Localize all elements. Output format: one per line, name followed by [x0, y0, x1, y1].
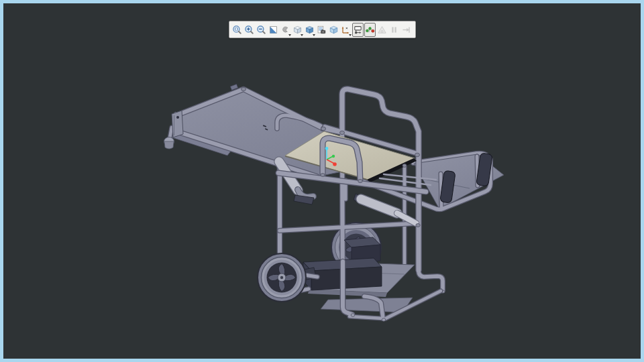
display-style-icon: [305, 25, 315, 35]
view-toolbar: [229, 21, 416, 38]
hide-show-items-icon: [329, 25, 339, 35]
forward-view-button: [400, 23, 412, 37]
visibility-state-button[interactable]: [352, 23, 364, 37]
zoom-window-icon: [232, 25, 242, 35]
move-triad-button[interactable]: [340, 23, 352, 37]
link-state-icon: [365, 25, 375, 35]
zoom-in-icon: [244, 25, 254, 35]
link-state-button[interactable]: [364, 23, 376, 37]
view-orientation-icon: [292, 25, 303, 35]
display-style-button[interactable]: [304, 23, 315, 37]
cad-viewport[interactable]: [0, 0, 644, 362]
hide-show-items-button[interactable]: [328, 23, 339, 37]
pyramid-button: [376, 23, 388, 37]
zoom-fit-button[interactable]: [268, 23, 279, 37]
previous-view-icon: [280, 25, 290, 35]
snapshot-icon: [317, 25, 327, 35]
zoom-in-button[interactable]: [244, 23, 255, 37]
move-triad-icon: [341, 25, 351, 35]
front-wheel[interactable]: [258, 253, 317, 302]
pyramid-icon: [377, 25, 387, 35]
previous-view-button[interactable]: [280, 23, 291, 37]
zoom-window-button[interactable]: [231, 23, 243, 37]
cad-window: [0, 0, 644, 362]
snapshot-button[interactable]: [316, 23, 327, 37]
pause-button: [388, 23, 400, 37]
zoom-out-button[interactable]: [256, 23, 267, 37]
forward-view-icon: [401, 25, 411, 35]
zoom-fit-icon: [268, 25, 278, 35]
view-orientation-button[interactable]: [292, 23, 303, 37]
pause-icon: [389, 25, 399, 35]
zoom-out-icon: [256, 25, 266, 35]
visibility-state-icon: [353, 25, 363, 35]
